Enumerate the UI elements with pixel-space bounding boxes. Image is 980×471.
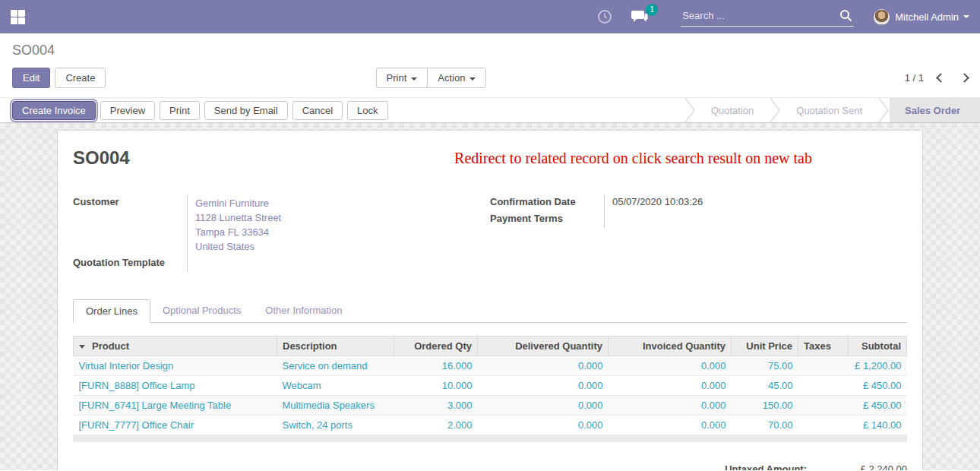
preview-button[interactable]: Preview [100, 101, 155, 120]
status-step-sales-order[interactable]: Sales Order [890, 98, 980, 122]
untaxed-amount-label: Untaxed Amount: [725, 463, 807, 470]
top-navbar: 1 Mitchell Admin [0, 0, 980, 33]
breadcrumb[interactable]: SO004 [12, 43, 968, 58]
send-by-email-button[interactable]: Send by Email [204, 101, 288, 120]
status-step-quotation[interactable]: Quotation [696, 98, 769, 122]
column-sort-caret-icon[interactable] [79, 345, 85, 349]
untaxed-amount-value: £ 2,240.00 [839, 463, 907, 470]
status-step-quotation-sent[interactable]: Quotation Sent [781, 98, 877, 122]
field-grid: Customer Gemini Furniture 1128 Lunetta S… [73, 194, 907, 272]
user-menu[interactable]: Mitchell Admin [874, 9, 969, 25]
record-title: SO004 [73, 147, 130, 169]
col-unit-price[interactable]: Unit Price [732, 337, 798, 356]
annotation-text: Redirect to related record on click sear… [130, 150, 907, 167]
action-bar: Create Invoice Preview Print Send by Ema… [0, 97, 980, 123]
tab-optional-products[interactable]: Optional Products [150, 299, 253, 322]
control-panel: SO004 Edit Create Print Action 1 / 1 [0, 33, 980, 97]
table-header-row: Product Description Ordered Qty Delivere… [74, 337, 907, 356]
col-ordered-qty[interactable]: Ordered Qty [394, 337, 478, 356]
table-row[interactable]: [FURN_6741] Large Meeting TableMultimedi… [74, 396, 907, 416]
col-taxes[interactable]: Taxes [798, 337, 849, 356]
payment-terms-label: Payment Terms [490, 211, 604, 228]
status-chevron-icon [769, 98, 781, 122]
customer-name-link[interactable]: Gemini Furniture [195, 196, 438, 210]
messages-chat-icon[interactable]: 1 [631, 9, 649, 24]
confirmation-date-label: Confirmation Date [490, 194, 604, 211]
customer-value: Gemini Furniture 1128 Lunetta Street Tam… [187, 194, 438, 255]
pager-previous-icon[interactable] [936, 73, 946, 83]
col-invoiced-quantity[interactable]: Invoiced Quantity [609, 337, 732, 356]
lock-button[interactable]: Lock [347, 101, 387, 120]
user-avatar [874, 9, 890, 25]
tab-other-information[interactable]: Other Information [253, 299, 354, 322]
statusbar: Quotation Quotation Sent Sales Order [684, 98, 980, 122]
apps-menu-icon[interactable] [11, 10, 25, 24]
create-invoice-button[interactable]: Create Invoice [12, 101, 96, 120]
customer-city[interactable]: Tampa FL 33634 [195, 225, 438, 239]
cp-center-group: Print Action [12, 68, 850, 88]
customer-street[interactable]: 1128 Lunetta Street [195, 210, 438, 225]
col-product[interactable]: Product [74, 337, 277, 356]
chevron-down-icon [411, 77, 417, 81]
table-row[interactable]: [FURN_8888] Office LampWebcam 10.0000.00… [74, 376, 907, 396]
activities-clock-icon[interactable] [597, 9, 612, 24]
form-background: SO004 Redirect to related record on clic… [0, 123, 980, 470]
search-icon[interactable] [839, 9, 852, 24]
pager: 1 / 1 [905, 72, 968, 84]
order-lines-table: Product Description Ordered Qty Delivere… [73, 336, 907, 435]
messages-count-badge: 1 [646, 4, 658, 16]
status-chevron-icon [684, 98, 696, 122]
pager-next-icon[interactable] [959, 73, 969, 83]
table-footer-strip [73, 435, 907, 442]
confirmation-date-value: 05/07/2020 10:03:26 [604, 194, 855, 211]
cancel-button[interactable]: Cancel [292, 101, 343, 120]
print-button[interactable]: Print [160, 101, 200, 120]
pager-count: 1 / 1 [905, 72, 924, 84]
table-row[interactable]: [FURN_7777] Office ChairSwitch, 24 ports… [74, 416, 907, 435]
print-dropdown[interactable]: Print [376, 68, 428, 88]
search-input[interactable] [681, 7, 854, 27]
col-subtotal[interactable]: Subtotal [849, 337, 907, 356]
totals-row: Untaxed Amount: £ 2,240.00 [73, 463, 907, 470]
table-row[interactable]: Virtual Interior DesignService on demand… [74, 356, 907, 376]
quotation-template-label: Quotation Template [73, 255, 187, 272]
chevron-down-icon [963, 15, 969, 18]
customer-label: Customer [73, 194, 187, 255]
form-sheet: SO004 Redirect to related record on clic… [57, 130, 923, 470]
status-chevron-icon [877, 98, 890, 122]
tab-order-lines[interactable]: Order Lines [73, 299, 150, 323]
chevron-down-icon [469, 77, 476, 81]
notebook-tabs: Order Lines Optional Products Other Info… [73, 299, 907, 323]
action-dropdown[interactable]: Action [427, 68, 486, 88]
quotation-template-value [187, 255, 438, 272]
customer-country[interactable]: United States [195, 239, 438, 254]
col-delivered-quantity[interactable]: Delivered Quantity [478, 337, 609, 356]
payment-terms-value [604, 211, 855, 228]
user-name: Mitchell Admin [895, 11, 959, 23]
col-description[interactable]: Description [277, 337, 394, 356]
navbar-search [681, 7, 854, 27]
